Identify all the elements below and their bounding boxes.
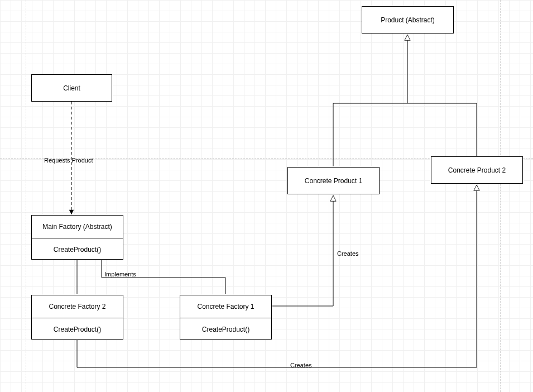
- node-client-label: Client: [32, 75, 112, 101]
- node-concrete-factory-2[interactable]: Concrete Factory 2 CreateProduct(): [31, 295, 123, 340]
- node-concrete-factory-2-method: CreateProduct(): [32, 318, 123, 340]
- node-client[interactable]: Client: [31, 74, 112, 102]
- guide-vertical-right: [500, 0, 501, 392]
- node-product-abstract[interactable]: Product (Abstract): [362, 6, 454, 34]
- edge-label-creates-2: Creates: [290, 362, 312, 369]
- node-main-factory-method: CreateProduct(): [32, 238, 123, 260]
- node-product-abstract-label: Product (Abstract): [362, 7, 453, 33]
- edge-label-creates-1: Creates: [337, 250, 359, 257]
- edge-label-requests-product: Requests Product: [44, 157, 93, 164]
- node-concrete-product-2[interactable]: Concrete Product 2: [431, 156, 523, 184]
- node-main-factory[interactable]: Main Factory (Abstract) CreateProduct(): [31, 215, 123, 260]
- guide-vertical-left: [26, 0, 26, 392]
- node-concrete-product-2-label: Concrete Product 2: [431, 157, 522, 183]
- node-concrete-product-1-label: Concrete Product 1: [288, 168, 379, 194]
- node-concrete-product-1[interactable]: Concrete Product 1: [287, 167, 380, 194]
- edge-label-implements: Implements: [104, 271, 136, 278]
- node-concrete-factory-2-title: Concrete Factory 2: [32, 295, 123, 318]
- node-concrete-factory-1-title: Concrete Factory 1: [180, 295, 271, 318]
- diagram-canvas[interactable]: Client Main Factory (Abstract) CreatePro…: [0, 0, 533, 392]
- node-concrete-factory-1[interactable]: Concrete Factory 1 CreateProduct(): [180, 295, 272, 340]
- node-main-factory-title: Main Factory (Abstract): [32, 216, 123, 238]
- node-concrete-factory-1-method: CreateProduct(): [180, 318, 271, 340]
